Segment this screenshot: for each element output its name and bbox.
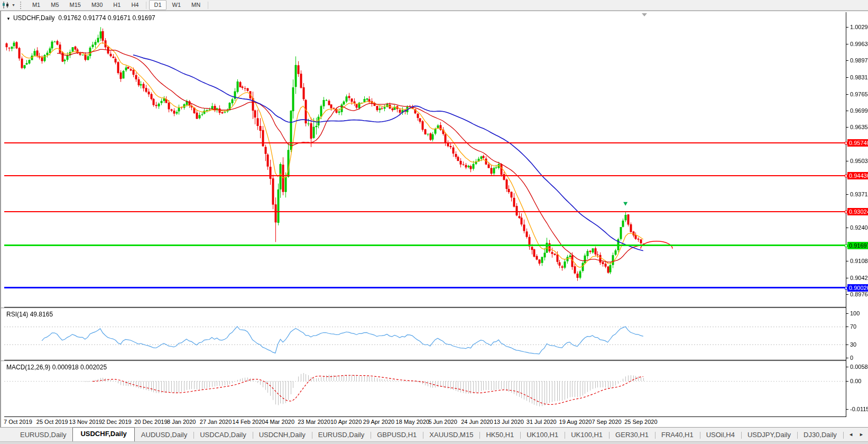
axis-tick-label: 0.99635 [850, 41, 868, 47]
timeframe-button-m1[interactable]: M1 [27, 0, 45, 10]
axis-tick-label: 0 [850, 355, 853, 361]
axis-tick [846, 409, 848, 410]
candlestick-chart-icon [2, 2, 10, 8]
axis-tick [846, 228, 848, 228]
axis-tick [846, 27, 848, 28]
axis-tick-label: 0.005818 [850, 364, 868, 370]
level-anchor-square[interactable] [845, 175, 847, 177]
timeframe-button-m30[interactable]: M30 [87, 0, 107, 10]
chart-tab[interactable]: XAUUSD,M15 [423, 429, 479, 441]
toolbar-grip[interactable] [20, 2, 23, 9]
main-chart-canvas[interactable] [4, 12, 846, 307]
date-axis-label: 29 Apr 2020 [363, 419, 394, 425]
date-axis-label: 19 Aug 2020 [559, 419, 592, 425]
top-toolbar: ▼ M1M5M15M30H1H4D1W1MN [0, 0, 868, 11]
chart-type-icon[interactable]: ▼ [0, 1, 17, 10]
horizontal-level-line[interactable] [4, 244, 846, 246]
chart-tab[interactable]: USDCAD,Daily [193, 429, 252, 441]
date-axis-label: 7 Sep 2020 [592, 419, 621, 425]
chart-title: ▼USDCHF,Daily 0.91762 0.91774 0.91671 0.… [6, 14, 155, 22]
date-axis[interactable]: 7 Oct 201925 Oct 201913 Nov 20192 Dec 20… [1, 417, 868, 428]
timeframe-button-h4[interactable]: H4 [126, 0, 143, 10]
macd-canvas[interactable] [4, 362, 846, 416]
rsi-canvas[interactable] [4, 309, 846, 360]
collapse-triangle-icon: ▼ [6, 16, 11, 21]
axis-tick-label: 0.93710 [850, 191, 868, 197]
macd-panel[interactable]: MACD(12,26,9) 0.000918 0.002025 [4, 362, 846, 417]
axis-tick-label: 1.00295 [850, 24, 868, 30]
main-chart-panel[interactable]: ▼USDCHF,Daily 0.91762 0.91774 0.91671 0.… [4, 12, 846, 307]
level-anchor-square[interactable] [845, 211, 847, 213]
date-axis-label: 25 Oct 2019 [36, 419, 68, 425]
horizontal-level-line[interactable] [4, 175, 846, 176]
axis-tick [846, 367, 848, 367]
timeframe-button-h1[interactable]: H1 [108, 0, 125, 10]
rsi-label: RSI(14) 49.8165 [6, 311, 53, 318]
axis-tick [846, 161, 848, 161]
price-axis[interactable]: 1.002950.996350.989750.983150.976550.969… [846, 12, 868, 417]
axis-tick-label: 0.98975 [850, 57, 868, 64]
axis-tick [846, 77, 848, 78]
chart-tab[interactable]: HK50,H1 [479, 429, 520, 441]
chart-tab[interactable]: DJ30,Daily [797, 429, 843, 441]
timeframe-button-d1[interactable]: D1 [149, 0, 166, 10]
level-anchor-square[interactable] [845, 142, 847, 144]
timeframe-buttons: M1M5M15M30H1H4D1W1MN [27, 0, 210, 10]
axis-tick [846, 345, 848, 345]
chart-tab[interactable]: GBPUSD,H1 [371, 429, 423, 441]
chart-tab[interactable]: USOil,H4 [700, 429, 741, 441]
chart-shift-marker-icon[interactable] [642, 13, 647, 16]
level-price-label: 0.91697 [847, 242, 868, 249]
timeframe-button-w1[interactable]: W1 [168, 0, 186, 10]
axis-tick-label: 0.92405 [850, 224, 868, 231]
chart-tab[interactable]: FRA40,H1 [655, 429, 700, 441]
application-window: ▼ M1M5M15M30H1H4D1W1MN ▼USDCHF,Daily 0.9… [0, 0, 868, 444]
chart-tab[interactable]: UK100,H1 [565, 429, 609, 441]
level-price-label: 0.94436 [847, 172, 868, 179]
level-price-label: 0.95740 [847, 139, 868, 147]
chart-tab[interactable]: UK100,H1 [520, 429, 565, 441]
chart-window: ▼USDCHF,Daily 0.91762 0.91774 0.91671 0.… [0, 11, 868, 427]
horizontal-level-line[interactable] [4, 287, 846, 288]
chart-ohlc-values: 0.91762 0.91774 0.91671 0.91697 [58, 14, 155, 22]
rsi-panel[interactable]: RSI(14) 49.8165 [4, 309, 846, 360]
chart-tab-bar: EURUSD,DailyUSDCHF,DailyAUDUSD,DailyUSDC… [0, 427, 868, 441]
level-anchor-square[interactable] [845, 287, 847, 289]
chart-tab[interactable]: GER30,H1 [609, 429, 655, 441]
horizontal-level-line[interactable] [4, 142, 846, 143]
axis-tick [846, 44, 848, 44]
chart-tab[interactable]: EURUSD,Daily [312, 429, 371, 441]
axis-tick-label: 70 [850, 323, 856, 330]
axis-tick-label: 30 [850, 341, 856, 348]
level-anchor-square[interactable] [845, 244, 847, 247]
bottom-strip [0, 441, 868, 444]
tabs-scroll-left-button[interactable]: ◄ [846, 431, 855, 438]
tabs-scroll-right-button[interactable]: ► [857, 431, 866, 438]
axis-tick [846, 294, 848, 295]
axis-tick-label: 100 [850, 310, 860, 316]
chart-tab[interactable]: EURUSD,Daily [14, 429, 72, 441]
chart-tab[interactable]: USDCHF,Daily [72, 427, 134, 441]
timeframe-button-m5[interactable]: M5 [46, 0, 63, 10]
chart-tab[interactable]: CHINA300,H1 [843, 429, 844, 441]
axis-tick [846, 127, 848, 128]
date-axis-label: 10 Apr 2020 [330, 419, 362, 425]
axis-tick-label: 0.97655 [850, 91, 868, 97]
chart-tab[interactable]: AUDUSD,Daily [135, 429, 193, 441]
timeframe-button-m15[interactable]: M15 [65, 0, 86, 10]
dropdown-arrow-icon: ▼ [12, 3, 15, 7]
date-axis-label: 24 Jun 2020 [461, 419, 493, 425]
chart-tab[interactable]: USDJPY,Daily [741, 429, 797, 441]
date-axis-label: 8 Jan 2020 [167, 419, 196, 425]
axis-tick-label: 0.00 [850, 378, 861, 384]
horizontal-level-line[interactable] [4, 211, 846, 212]
axis-tick [846, 60, 848, 61]
axis-tick [846, 194, 848, 195]
date-axis-label: 2 Dec 2019 [101, 419, 131, 425]
axis-tick [846, 261, 848, 261]
chart-tab[interactable]: USDCNH,Daily [253, 429, 312, 441]
timeframe-button-mn[interactable]: MN [187, 0, 205, 10]
axis-tick-label: -0.011514 [850, 406, 868, 412]
chart-tabs: EURUSD,DailyUSDCHF,DailyAUDUSD,DailyUSDC… [0, 427, 844, 441]
axis-tick [846, 327, 848, 327]
